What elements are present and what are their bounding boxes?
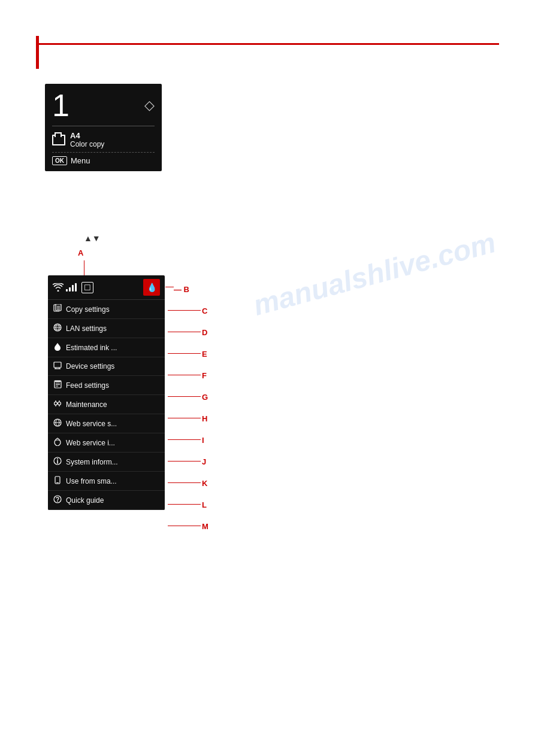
top-red-bar [36, 43, 499, 45]
printer-display: 1 ◇ A4 Color copy OK Menu [45, 84, 162, 171]
annotation-label-J: J [202, 457, 206, 466]
copy-settings-label: Copy settings [66, 305, 160, 314]
menu-label: Menu [71, 156, 90, 165]
annotation-line-b [165, 287, 174, 287]
display-number-row: 1 ◇ [52, 90, 155, 121]
menu-item-maintenance[interactable]: Maintenance [48, 395, 165, 414]
maintenance-icon [53, 399, 62, 409]
signal-bar-4 [75, 283, 77, 292]
menu-item-web-service-s[interactable]: Web service s... [48, 414, 165, 433]
menu-item-use-from-sma[interactable]: Use from sma... [48, 472, 165, 491]
menu-item-web-service-i[interactable]: Web service i... [48, 433, 165, 453]
lan-settings-label: LAN settings [66, 324, 160, 333]
paper-info-row: A4 Color copy [52, 131, 155, 148]
annotation-line-I [168, 439, 201, 440]
menu-item-estimated-ink[interactable]: Estimated ink ... [48, 338, 165, 357]
annotation-line-F [168, 375, 201, 375]
web-service-s-icon [53, 418, 62, 429]
annotation-line-K [168, 482, 201, 483]
menu-item-lan-settings[interactable]: LAN settings [48, 319, 165, 338]
paper-size-label: A4 [70, 131, 104, 140]
annotation-line-D [168, 332, 201, 332]
annotation-label-D: D [202, 328, 207, 337]
annotation-label-M: M [202, 522, 208, 531]
use-from-sma-icon [53, 476, 62, 486]
annotation-label-F: F [202, 371, 207, 380]
ink-warning-icon: 💧 [147, 283, 157, 292]
menu-panel: ☐ 💧 Copy settingsLAN settingsEstimated i… [48, 275, 165, 510]
annotation-line-C [168, 310, 201, 311]
svg-point-17 [55, 402, 58, 405]
annotation-label-C: C [202, 306, 207, 315]
svg-point-18 [58, 402, 61, 405]
annotation-line-E [168, 353, 201, 354]
annotation-line-M [168, 526, 201, 526]
signal-bar-1 [66, 289, 68, 292]
signal-bar-2 [69, 287, 71, 292]
status-bar: ☐ 💧 [48, 275, 165, 300]
estimated-ink-icon [53, 342, 62, 353]
feed-settings-icon [53, 380, 62, 390]
estimated-ink-label: Estimated ink ... [66, 344, 160, 352]
paper-tray-icon [52, 135, 65, 145]
annotation-label-G: G [202, 393, 208, 402]
menu-item-quick-guide[interactable]: Quick guide [48, 491, 165, 510]
system-inform-icon [53, 457, 62, 467]
ok-menu-row: OK Menu [52, 156, 155, 165]
status-left: ☐ [53, 282, 93, 293]
start-button-icon: ◇ [144, 99, 155, 112]
top-accent-bar [36, 36, 39, 69]
arrow-indicator: ▲▼ [84, 233, 101, 243]
svg-rect-9 [54, 362, 61, 368]
system-inform-label: System inform... [66, 458, 160, 466]
use-from-sma-label: Use from sma... [66, 477, 160, 485]
wifi-icon [53, 283, 64, 292]
annotation-line-L [168, 504, 201, 505]
annotation-label-I: I [202, 436, 204, 445]
quick-guide-icon [53, 495, 62, 505]
paper-text: A4 Color copy [70, 131, 104, 148]
maintenance-label: Maintenance [66, 400, 160, 409]
annotation-label-E: E [202, 350, 207, 359]
quick-guide-label: Quick guide [66, 496, 160, 505]
annotation-b: — B [174, 285, 189, 294]
device-settings-icon [53, 362, 62, 371]
menu-item-system-inform[interactable]: System inform... [48, 453, 165, 472]
device-settings-label: Device settings [66, 362, 160, 371]
copy-mode-label: Color copy [70, 140, 104, 148]
device-icon: ☐ [81, 282, 93, 293]
web-service-s-label: Web service s... [66, 420, 160, 428]
ink-warning-badge: 💧 [143, 279, 160, 296]
signal-bar-3 [72, 285, 74, 292]
annotation-label-K: K [202, 479, 207, 488]
svg-point-27 [57, 459, 58, 460]
ok-box: OK [52, 156, 67, 165]
annotation-line-J [168, 461, 201, 462]
annotation-label-H: H [202, 414, 207, 423]
annotation-label-L: L [202, 500, 207, 509]
annotation-line-G [168, 396, 201, 397]
lan-settings-icon [53, 323, 62, 333]
annotation-line-H [168, 418, 201, 418]
web-service-i-icon [53, 438, 62, 448]
menu-item-copy-settings[interactable]: Copy settings [48, 300, 165, 319]
watermark: manualshlive.com [250, 226, 499, 322]
menu-item-feed-settings[interactable]: Feed settings [48, 376, 165, 395]
display-divider-1 [52, 126, 155, 126]
copy-count: 1 [52, 90, 69, 121]
svg-point-31 [57, 501, 58, 502]
menu-items-list: Copy settingsLAN settingsEstimated ink .… [48, 300, 165, 510]
menu-item-device-settings[interactable]: Device settings [48, 357, 165, 376]
web-service-i-label: Web service i... [66, 439, 160, 447]
annotation-label-a: A [78, 248, 83, 257]
display-divider-2 [52, 152, 155, 153]
copy-settings-icon [53, 304, 62, 314]
feed-settings-label: Feed settings [66, 381, 160, 390]
signal-bars [66, 283, 77, 292]
